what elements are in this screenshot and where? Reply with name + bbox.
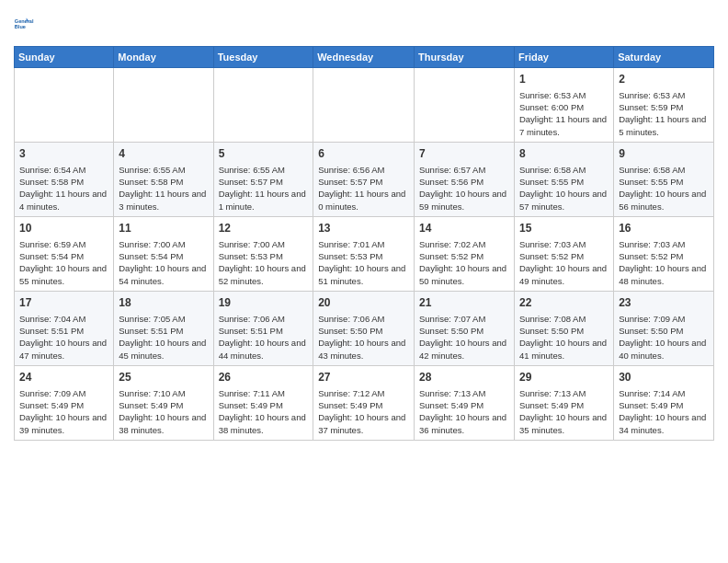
day-number: 17 xyxy=(19,295,108,311)
daylight-text: Daylight: 10 hours and 57 minutes. xyxy=(519,188,609,213)
cell-content: 7Sunrise: 6:57 AMSunset: 5:56 PMDaylight… xyxy=(419,146,509,213)
day-number: 3 xyxy=(19,146,108,162)
calendar-cell: 24Sunrise: 7:09 AMSunset: 5:49 PMDayligh… xyxy=(15,365,114,440)
sunrise-text: Sunrise: 7:10 AM xyxy=(119,387,208,399)
sunrise-text: Sunrise: 7:04 AM xyxy=(19,313,108,325)
sunset-text: Sunset: 5:50 PM xyxy=(318,325,409,337)
cell-content: 27Sunrise: 7:12 AMSunset: 5:49 PMDayligh… xyxy=(318,370,409,436)
daylight-text: Daylight: 10 hours and 40 minutes. xyxy=(619,337,709,362)
daylight-text: Daylight: 10 hours and 55 minutes. xyxy=(19,262,108,287)
calendar-cell: 30Sunrise: 7:14 AMSunset: 5:49 PMDayligh… xyxy=(614,365,714,440)
calendar-cell: 10Sunrise: 6:59 AMSunset: 5:54 PMDayligh… xyxy=(15,216,114,291)
page-header: General Blue xyxy=(14,9,714,39)
daylight-text: Daylight: 10 hours and 49 minutes. xyxy=(519,262,609,287)
sunset-text: Sunset: 5:59 PM xyxy=(619,101,709,113)
cell-content: 29Sunrise: 7:13 AMSunset: 5:49 PMDayligh… xyxy=(519,370,609,436)
calendar-cell: 23Sunrise: 7:09 AMSunset: 5:50 PMDayligh… xyxy=(614,291,714,365)
calendar-week-1: 1Sunrise: 6:53 AMSunset: 6:00 PMDaylight… xyxy=(15,68,714,143)
sunset-text: Sunset: 5:55 PM xyxy=(519,176,609,188)
sunrise-text: Sunrise: 6:58 AM xyxy=(519,164,609,176)
daylight-text: Daylight: 10 hours and 45 minutes. xyxy=(119,337,208,362)
calendar-cell: 3Sunrise: 6:54 AMSunset: 5:58 PMDaylight… xyxy=(15,142,114,216)
calendar-week-3: 10Sunrise: 6:59 AMSunset: 5:54 PMDayligh… xyxy=(15,216,714,291)
day-number: 5 xyxy=(219,146,309,162)
daylight-text: Daylight: 10 hours and 59 minutes. xyxy=(419,188,509,213)
sunset-text: Sunset: 5:51 PM xyxy=(19,325,108,337)
svg-text:General: General xyxy=(15,18,34,24)
sunrise-text: Sunrise: 7:09 AM xyxy=(619,313,709,325)
daylight-text: Daylight: 11 hours and 1 minute. xyxy=(219,188,309,213)
day-number: 23 xyxy=(619,295,709,311)
calendar-cell: 27Sunrise: 7:12 AMSunset: 5:49 PMDayligh… xyxy=(313,365,415,440)
calendar-cell xyxy=(213,68,313,143)
sunset-text: Sunset: 5:50 PM xyxy=(619,325,709,337)
calendar-cell xyxy=(415,68,515,143)
cell-content: 10Sunrise: 6:59 AMSunset: 5:54 PMDayligh… xyxy=(19,221,108,287)
calendar-cell xyxy=(313,68,415,143)
sunrise-text: Sunrise: 6:57 AM xyxy=(419,164,509,176)
cell-content: 19Sunrise: 7:06 AMSunset: 5:51 PMDayligh… xyxy=(219,295,309,362)
daylight-text: Daylight: 10 hours and 39 minutes. xyxy=(19,411,108,436)
cell-content: 2Sunrise: 6:53 AMSunset: 5:59 PMDaylight… xyxy=(619,72,709,138)
cell-content: 6Sunrise: 6:56 AMSunset: 5:57 PMDaylight… xyxy=(318,146,409,213)
day-number: 6 xyxy=(318,146,409,162)
day-number: 9 xyxy=(619,146,709,162)
sunrise-text: Sunrise: 6:59 AM xyxy=(19,238,108,250)
calendar-cell: 25Sunrise: 7:10 AMSunset: 5:49 PMDayligh… xyxy=(114,365,213,440)
sunset-text: Sunset: 5:57 PM xyxy=(318,176,409,188)
sunrise-text: Sunrise: 7:12 AM xyxy=(318,387,409,399)
daylight-text: Daylight: 11 hours and 5 minutes. xyxy=(619,113,709,138)
sunset-text: Sunset: 5:55 PM xyxy=(619,176,709,188)
calendar-week-2: 3Sunrise: 6:54 AMSunset: 5:58 PMDaylight… xyxy=(15,142,714,216)
calendar-cell: 19Sunrise: 7:06 AMSunset: 5:51 PMDayligh… xyxy=(213,291,313,365)
cell-content: 15Sunrise: 7:03 AMSunset: 5:52 PMDayligh… xyxy=(519,221,609,287)
calendar-cell: 1Sunrise: 6:53 AMSunset: 6:00 PMDaylight… xyxy=(514,68,613,143)
day-number: 30 xyxy=(619,370,709,385)
sunset-text: Sunset: 5:53 PM xyxy=(219,250,309,262)
day-number: 8 xyxy=(519,146,609,162)
day-number: 4 xyxy=(119,146,208,162)
sunset-text: Sunset: 5:57 PM xyxy=(219,176,309,188)
calendar-header-row: SundayMondayTuesdayWednesdayThursdayFrid… xyxy=(15,47,714,68)
calendar-cell: 15Sunrise: 7:03 AMSunset: 5:52 PMDayligh… xyxy=(514,216,613,291)
sunrise-text: Sunrise: 7:13 AM xyxy=(519,387,609,399)
cell-content: 22Sunrise: 7:08 AMSunset: 5:50 PMDayligh… xyxy=(519,295,609,362)
daylight-text: Daylight: 10 hours and 43 minutes. xyxy=(318,337,409,362)
sunset-text: Sunset: 5:54 PM xyxy=(119,250,208,262)
sunrise-text: Sunrise: 7:03 AM xyxy=(519,238,609,250)
day-number: 22 xyxy=(519,295,609,311)
daylight-text: Daylight: 10 hours and 48 minutes. xyxy=(619,262,709,287)
daylight-text: Daylight: 10 hours and 56 minutes. xyxy=(619,188,709,213)
day-number: 14 xyxy=(419,221,509,236)
cell-content: 21Sunrise: 7:07 AMSunset: 5:50 PMDayligh… xyxy=(419,295,509,362)
sunset-text: Sunset: 5:49 PM xyxy=(519,399,609,411)
sunset-text: Sunset: 5:52 PM xyxy=(619,250,709,262)
cell-content: 5Sunrise: 6:55 AMSunset: 5:57 PMDaylight… xyxy=(219,146,309,213)
weekday-header-saturday: Saturday xyxy=(614,47,714,68)
calendar-cell: 12Sunrise: 7:00 AMSunset: 5:53 PMDayligh… xyxy=(213,216,313,291)
day-number: 10 xyxy=(19,221,108,236)
daylight-text: Daylight: 10 hours and 38 minutes. xyxy=(119,411,208,436)
sunrise-text: Sunrise: 6:54 AM xyxy=(19,164,108,176)
sunrise-text: Sunrise: 6:53 AM xyxy=(519,89,609,101)
cell-content: 17Sunrise: 7:04 AMSunset: 5:51 PMDayligh… xyxy=(19,295,108,362)
calendar-cell xyxy=(15,68,114,143)
cell-content: 12Sunrise: 7:00 AMSunset: 5:53 PMDayligh… xyxy=(219,221,309,287)
sunrise-text: Sunrise: 7:08 AM xyxy=(519,313,609,325)
daylight-text: Daylight: 10 hours and 36 minutes. xyxy=(419,411,509,436)
weekday-header-wednesday: Wednesday xyxy=(313,47,415,68)
sunset-text: Sunset: 5:52 PM xyxy=(419,250,509,262)
sunrise-text: Sunrise: 6:53 AM xyxy=(619,89,709,101)
calendar-cell: 11Sunrise: 7:00 AMSunset: 5:54 PMDayligh… xyxy=(114,216,213,291)
daylight-text: Daylight: 10 hours and 34 minutes. xyxy=(619,411,709,436)
sunset-text: Sunset: 5:52 PM xyxy=(519,250,609,262)
cell-content: 30Sunrise: 7:14 AMSunset: 5:49 PMDayligh… xyxy=(619,370,709,436)
sunset-text: Sunset: 5:54 PM xyxy=(19,250,108,262)
daylight-text: Daylight: 10 hours and 51 minutes. xyxy=(318,262,409,287)
day-number: 19 xyxy=(219,295,309,311)
cell-content: 11Sunrise: 7:00 AMSunset: 5:54 PMDayligh… xyxy=(119,221,208,287)
calendar-cell: 21Sunrise: 7:07 AMSunset: 5:50 PMDayligh… xyxy=(415,291,515,365)
day-number: 20 xyxy=(318,295,409,311)
sunrise-text: Sunrise: 7:11 AM xyxy=(219,387,309,399)
calendar-cell: 7Sunrise: 6:57 AMSunset: 5:56 PMDaylight… xyxy=(415,142,515,216)
